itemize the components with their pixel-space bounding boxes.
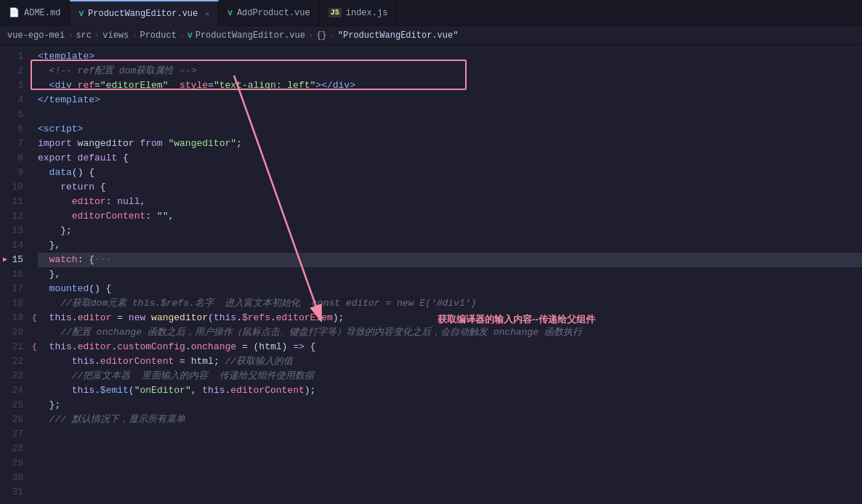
breadcrumb-scope: {} (316, 31, 326, 41)
sep-6: › (330, 31, 335, 41)
breadcrumb-part-2: src (76, 31, 92, 41)
code-line-12: editorContent: "", (38, 209, 862, 224)
ln-8: 8 (0, 151, 31, 166)
code-line-21: { this.editor.customConfig.onchange = (h… (38, 340, 862, 354)
ln-24: 24 (0, 383, 31, 398)
code-line-6: <script> (38, 122, 862, 137)
breadcrumb-part-3: views (102, 31, 129, 41)
vue-icon-2: V (227, 9, 233, 17)
code-line-14: }, (38, 238, 862, 253)
code-line-24: this.$emit("onEditor", this.editorConten… (38, 383, 862, 398)
code-line-25: }; (38, 398, 862, 412)
ln-4: 4 (0, 93, 31, 107)
breadcrumb: vue-ego-mei › src › views › Product › V … (0, 26, 862, 45)
code-line-13: }; (38, 224, 862, 238)
breadcrumb-vue-icon: V (188, 31, 193, 40)
sep-1: › (68, 31, 73, 41)
code-line-1: <template> (38, 49, 862, 64)
ln-20: 20 (0, 325, 31, 340)
ln-25: 25 (0, 398, 31, 412)
sep-3: › (132, 31, 137, 41)
breadcrumb-current: "ProductWangEditor.vue" (338, 31, 459, 41)
sep-4: › (180, 31, 185, 41)
tab-productwangeditor[interactable]: V ProductWangEditor.vue ✕ (70, 0, 219, 26)
close-icon[interactable]: ✕ (205, 9, 209, 18)
ln-18: 18 (0, 296, 31, 311)
ln-14: 14 (0, 238, 31, 253)
ln-30: 30 (0, 471, 31, 485)
ln-29: 29 (0, 456, 31, 471)
code-line-9: data() { (38, 166, 862, 180)
ln-13: 13 (0, 224, 31, 238)
code-line-22: this.editorContent = html; //获取输入的值 (38, 354, 862, 369)
ln-7: 7 (0, 137, 31, 151)
code-line-3: <div ref="editorElem" style="text-align:… (38, 78, 862, 93)
ln-12: 12 (0, 209, 31, 224)
ln-26: 26 (0, 412, 31, 427)
breadcrumb-filename: ProductWangEditor.vue (196, 31, 305, 41)
code-line-16: }, (38, 267, 862, 282)
ln-11: 11 (0, 195, 31, 209)
tab-indexjs[interactable]: JS index.js (320, 0, 398, 26)
code-line-4: </template> (38, 93, 862, 107)
ln-6: 6 (0, 122, 31, 137)
ln-28: 28 (0, 442, 31, 456)
code-line-26: /// 默认情况下，显示所有菜单 (38, 412, 862, 427)
ln-22: 22 (0, 354, 31, 369)
vue-icon: V (78, 9, 84, 18)
ln-16: 16 (0, 267, 31, 282)
code-line-11: editor: null, (38, 195, 862, 209)
ln-10: 10 (0, 180, 31, 195)
line-numbers: 1 2 3 4 5 6 7 8 9 10 11 12 13 14 15 16 1… (0, 45, 31, 504)
code-content[interactable]: <template> <!-- ref配置 dom获取属性 --> <div r… (31, 45, 862, 504)
breadcrumb-part-4: Product (140, 31, 176, 41)
tab-addproduct[interactable]: V AddProduct.vue (219, 0, 319, 26)
tab-label-addproduct: AddProduct.vue (237, 8, 310, 18)
editor-area: 1 2 3 4 5 6 7 8 9 10 11 12 13 14 15 16 1… (0, 45, 862, 504)
ln-9: 9 (0, 166, 31, 180)
ln-31: 31 (0, 485, 31, 500)
code-line-19: { this.editor = new wangeditor(this.$ref… (38, 311, 862, 325)
breadcrumb-part-1: vue-ego-mei (7, 31, 65, 41)
ln-15: 15 (0, 253, 31, 267)
tab-label-indexjs: index.js (346, 8, 388, 18)
code-line-18: //获取dom元素 this.$refs.名字 进入富文本初始化 const e… (38, 296, 862, 311)
ln-1: 1 (0, 49, 31, 64)
code-line-15: watch: {··· (38, 253, 862, 267)
ln-23: 23 (0, 369, 31, 383)
code-line-23: //把富文本器 里面输入的内容 传递给父组件使用数据 (38, 369, 862, 383)
code-line-20: //配置 onchange 函数之后，用户操作（鼠标点击、键盘打字等）导致的内容… (38, 325, 862, 340)
code-line-5 (38, 107, 862, 122)
ln-5: 5 (0, 107, 31, 122)
tab-readme[interactable]: 📄 ADME.md (0, 0, 70, 26)
code-line-10: return { (38, 180, 862, 195)
ln-19: 19 (0, 311, 31, 325)
ln-3: 3 (0, 78, 31, 93)
code-line-8: export default { (38, 151, 862, 166)
js-icon: JS (329, 8, 342, 17)
tab-label-productwangeditor: ProductWangEditor.vue (88, 9, 198, 19)
ln-21: 21 (0, 340, 31, 354)
tab-bar: 📄 ADME.md V ProductWangEditor.vue ✕ V Ad… (0, 0, 862, 26)
file-icon: 📄 (9, 7, 20, 18)
code-line-17: mounted() { (38, 282, 862, 296)
code-line-7: import wangeditor from "wangeditor"; (38, 137, 862, 151)
sep-2: › (94, 31, 100, 41)
tab-label-readme: ADME.md (24, 8, 60, 18)
ln-27: 27 (0, 427, 31, 442)
code-line-2: <!-- ref配置 dom获取属性 --> (38, 64, 862, 78)
sep-5: › (308, 31, 313, 41)
ln-17: 17 (0, 282, 31, 296)
ln-2: 2 (0, 64, 31, 78)
